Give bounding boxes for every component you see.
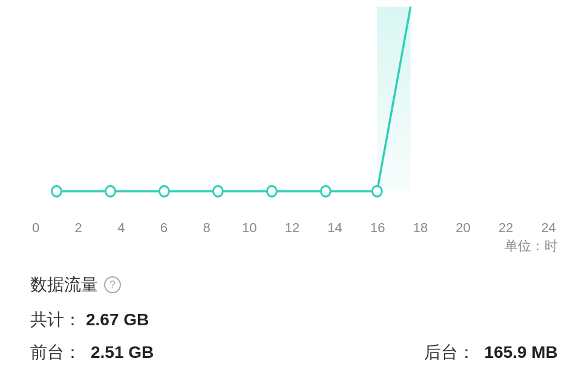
x-label-10: 10 bbox=[240, 220, 258, 236]
x-label-4: 4 bbox=[112, 220, 130, 236]
background-value: 165.9 MB bbox=[485, 343, 558, 362]
fg-bg-row: 前台： 2.51 GB 后台： 165.9 MB bbox=[30, 341, 558, 364]
chart-point bbox=[267, 186, 276, 196]
x-label-18: 18 bbox=[411, 220, 430, 236]
total-label: 共计： bbox=[30, 308, 81, 331]
x-label-14: 14 bbox=[326, 220, 344, 236]
x-label-8: 8 bbox=[198, 220, 216, 236]
chart-point bbox=[106, 186, 116, 196]
unit-label: 单位：时 bbox=[505, 237, 558, 255]
total-value: 2.67 GB bbox=[86, 310, 149, 330]
x-label-22: 22 bbox=[497, 220, 515, 236]
help-icon[interactable]: ? bbox=[104, 276, 121, 293]
data-title: 数据流量 bbox=[30, 273, 98, 296]
chart-point bbox=[372, 186, 382, 196]
chart-line bbox=[56, 7, 410, 191]
x-label-12: 12 bbox=[283, 220, 301, 236]
x-label-20: 20 bbox=[454, 220, 472, 236]
chart-point bbox=[321, 186, 330, 196]
foreground-label: 前台： bbox=[30, 341, 81, 364]
x-label-24: 24 bbox=[540, 220, 558, 236]
foreground-value: 2.51 GB bbox=[91, 343, 154, 362]
chart-point bbox=[52, 186, 62, 196]
x-axis: 0 2 4 6 8 10 12 14 16 18 20 22 24 bbox=[0, 220, 588, 236]
chart-point bbox=[213, 186, 223, 196]
x-label-2: 2 bbox=[70, 220, 88, 236]
unit-row: 单位：时 bbox=[0, 237, 588, 255]
data-section: 数据流量 ? 共计： 2.67 GB 前台： 2.51 GB 后台： 165.9… bbox=[0, 255, 588, 367]
total-row: 共计： 2.67 GB bbox=[30, 308, 558, 331]
background-label: 后台： bbox=[424, 341, 475, 364]
x-label-16: 16 bbox=[368, 220, 387, 236]
chart-area bbox=[0, 0, 588, 218]
x-label-6: 6 bbox=[155, 220, 173, 236]
data-title-row: 数据流量 ? bbox=[30, 273, 558, 296]
chart-svg bbox=[30, 0, 552, 218]
foreground-pair: 前台： 2.51 GB bbox=[30, 341, 154, 364]
background-pair: 后台： 165.9 MB bbox=[424, 341, 558, 364]
x-label-0: 0 bbox=[27, 220, 45, 236]
chart-point bbox=[160, 186, 169, 196]
